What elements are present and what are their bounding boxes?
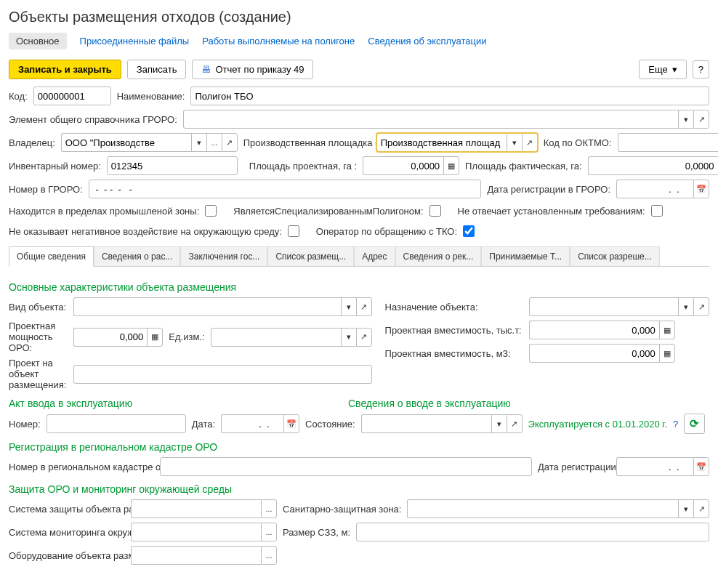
calculator-icon[interactable]: ▦ — [443, 156, 459, 175]
szz-size-label: Размер СЗЗ, м: — [283, 527, 350, 538]
area-fact-field: ▦ — [588, 156, 718, 175]
proj-input[interactable] — [73, 365, 371, 384]
req-checkbox[interactable] — [651, 205, 663, 217]
open-icon[interactable]: ↗ — [356, 328, 372, 347]
reg-num-input[interactable] — [160, 457, 532, 476]
groro-date-input[interactable] — [616, 180, 693, 198]
groro-date-field: 📅 — [616, 180, 709, 198]
equip-label: Оборудование объекта размещения: — [9, 550, 125, 561]
section-protection: Защита ОРО и мониторинг окружающей среды — [9, 483, 709, 495]
area-proj-input[interactable] — [363, 156, 443, 175]
tab-recultivation[interactable]: Сведения о рек... — [395, 246, 482, 266]
report-button[interactable]: 🖶 Отчет по приказу 49 — [192, 60, 313, 79]
owner-label: Владелец: — [9, 137, 55, 148]
code-input[interactable] — [33, 86, 111, 105]
area-proj-label: Площадь проектная, га : — [249, 161, 357, 172]
name-label: Наименование: — [117, 91, 185, 102]
nav-operation-info[interactable]: Сведения об эксплуатации — [368, 36, 486, 47]
open-icon[interactable]: ↗ — [522, 133, 538, 152]
unit-label: Ед.изм.: — [169, 331, 204, 342]
owner-combo: ▾ ... ↗ — [61, 133, 238, 152]
zone-check-label: Находится в пределах промышленой зоны: — [9, 206, 199, 217]
tab-accepted[interactable]: Принимаемые Т... — [481, 246, 570, 266]
monitoring-input[interactable] — [131, 523, 261, 541]
open-icon[interactable]: ↗ — [356, 297, 372, 316]
tab-gov-conclusions[interactable]: Заключения гос... — [180, 246, 267, 266]
refresh-button[interactable]: ⟳ — [684, 414, 705, 434]
dropdown-icon[interactable]: ▾ — [507, 133, 522, 152]
help-link[interactable]: ? — [673, 419, 678, 430]
act-num-input[interactable] — [47, 414, 186, 433]
dropdown-icon[interactable]: ▾ — [678, 110, 693, 129]
dropdown-icon[interactable]: ▾ — [191, 133, 206, 152]
open-icon[interactable]: ↗ — [222, 133, 238, 152]
state-input[interactable] — [361, 414, 491, 433]
tab-permits[interactable]: Список разреше... — [570, 246, 660, 266]
proj-label: Проект на объект размещения: — [9, 358, 66, 390]
reg-num-label: Номер в региональном кадастре отходов: — [9, 462, 154, 472]
code-label: Код: — [9, 91, 28, 102]
more-button[interactable]: Еще ▾ — [639, 60, 686, 79]
calculator-icon[interactable]: ▦ — [659, 344, 675, 363]
inventory-input[interactable] — [107, 156, 238, 175]
dropdown-icon[interactable]: ▾ — [678, 499, 693, 518]
dropdown-icon[interactable]: ▾ — [341, 297, 356, 316]
save-close-button[interactable]: Записать и закрыть — [9, 60, 121, 79]
groro-num-input[interactable] — [89, 180, 482, 198]
tab-content: Основные характеристики объекта размещен… — [9, 267, 709, 576]
protect-input[interactable] — [131, 499, 261, 518]
dropdown-icon[interactable]: ▾ — [491, 414, 507, 433]
nav-polygon-works[interactable]: Работы выполняемые на полигоне — [202, 36, 355, 47]
open-icon[interactable]: ↗ — [693, 110, 709, 129]
tab-general[interactable]: Общие сведения — [9, 246, 94, 267]
act-date-input[interactable] — [221, 414, 283, 433]
open-icon[interactable]: ↗ — [507, 414, 523, 433]
name-input[interactable] — [190, 86, 709, 105]
help-button[interactable]: ? — [693, 60, 709, 78]
equip-input[interactable] — [131, 546, 261, 565]
neg-checkbox[interactable] — [288, 225, 299, 237]
calendar-icon[interactable]: 📅 — [693, 180, 709, 198]
tab-placement-list[interactable]: Список размещ... — [267, 246, 354, 266]
reg-date-input[interactable] — [616, 457, 693, 476]
nav-attached-files[interactable]: Присоединенные файлы — [80, 36, 190, 47]
open-icon[interactable]: ↗ — [693, 297, 709, 316]
dropdown-icon[interactable]: ▾ — [341, 328, 356, 347]
unit-input[interactable] — [211, 328, 341, 347]
nav-main[interactable]: Основное — [9, 33, 67, 49]
calendar-icon[interactable]: 📅 — [693, 457, 709, 476]
purpose-input[interactable] — [529, 297, 678, 316]
report-button-label: Отчет по приказу 49 — [215, 64, 304, 75]
szz-input[interactable] — [407, 499, 678, 518]
select-icon[interactable]: ... — [261, 499, 277, 518]
select-icon[interactable]: ... — [261, 523, 277, 541]
site-input[interactable] — [376, 133, 507, 152]
oktmo-combo: ▾ ↗ — [618, 133, 718, 152]
owner-input[interactable] — [61, 133, 191, 152]
section-regional: Регистрация в региональном кадастре ОРО — [9, 441, 709, 453]
select-icon[interactable]: ... — [261, 546, 277, 565]
groro-date-label: Дата регистрации в ГРОРО: — [487, 184, 610, 195]
szz-size-input[interactable] — [356, 523, 709, 541]
capacity-input[interactable] — [73, 328, 147, 347]
vol-m3-input[interactable] — [529, 344, 659, 363]
spec-checkbox[interactable] — [429, 205, 441, 217]
section-act: Акт ввода в эксплуатацию — [9, 398, 352, 409]
select-icon[interactable]: ... — [206, 133, 222, 152]
tko-checkbox[interactable] — [463, 225, 475, 237]
dropdown-icon[interactable]: ▾ — [678, 297, 693, 316]
obj-type-input[interactable] — [73, 297, 340, 316]
calculator-icon[interactable]: ▦ — [147, 328, 163, 347]
tab-placement-info[interactable]: Сведения о рас... — [94, 246, 181, 266]
calendar-icon[interactable]: 📅 — [283, 414, 299, 433]
spec-check-label: ЯвляетсяСпециализированнымПолигоном: — [233, 206, 423, 217]
area-fact-input[interactable] — [588, 156, 718, 175]
zone-checkbox[interactable] — [205, 205, 217, 217]
groro-element-input[interactable] — [183, 110, 678, 129]
oktmo-input[interactable] — [618, 133, 718, 152]
calculator-icon[interactable]: ▦ — [659, 321, 675, 339]
save-button[interactable]: Записать — [127, 60, 187, 79]
open-icon[interactable]: ↗ — [693, 499, 709, 518]
tab-address[interactable]: Адрес — [354, 246, 395, 266]
vol-t-input[interactable] — [529, 321, 659, 339]
